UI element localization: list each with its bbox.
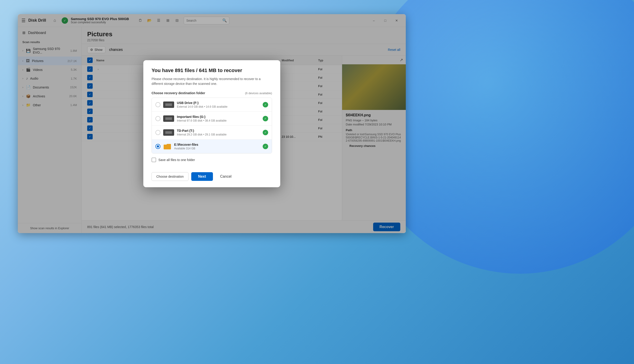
device-name-t: TD-Part (T:) [177,129,260,132]
device-details-usb: USB Drive (F:) External 14.6 GB disk • 1… [177,101,260,108]
modal-description: Please choose recovery destination. It i… [152,77,272,86]
modal-section-header: Choose recovery destination folder (6 de… [152,91,272,96]
section-label: Choose recovery destination folder [152,91,205,95]
t-drive-icon [163,129,174,136]
modal-overlay: You have 891 files / 641 MB to recover P… [18,14,406,233]
device-radio-e[interactable] [155,144,161,149]
device-item-t[interactable]: TD-Part (T:) Internal 29.2 GB disk • 29.… [152,126,272,140]
devices-available: (6 devices available) [245,92,272,95]
modal-footer: Choose destination Next Cancel [143,168,280,187]
svg-rect-1 [166,104,172,106]
recovery-modal: You have 891 files / 641 MB to recover P… [143,60,280,187]
usb-drive-icon [163,102,174,108]
device-details-t: TD-Part (T:) Internal 29.2 GB disk • 29.… [177,129,260,136]
device-ok-g: ✓ [263,116,268,121]
device-item-e[interactable]: E:\Recover-files Available 314 GB ✓ [152,140,272,153]
choose-destination-button[interactable]: Choose destination [152,172,189,181]
device-details-g: Important files (G:) Internal 97.6 GB di… [177,115,260,122]
save-all-checkbox[interactable] [152,158,156,162]
folder-icon-e [163,143,171,150]
modal-title: You have 891 files / 641 MB to recover [152,68,272,74]
save-all-label: Save all files to one folder [158,158,195,162]
device-desc-usb: External 14.6 GB disk • 14.6 GB availabl… [177,105,260,108]
device-details-e: E:\Recover-files Available 314 GB [174,143,260,150]
svg-rect-5 [166,131,172,134]
device-item-usb[interactable]: USB Drive (F:) External 14.6 GB disk • 1… [152,98,272,112]
device-ok-e: ✓ [263,144,268,149]
svg-rect-3 [166,118,172,120]
device-desc-t: Internal 29.2 GB disk • 29.1 GB availabl… [177,133,260,136]
device-name-g: Important files (G:) [177,115,260,118]
device-name-usb: USB Drive (F:) [177,101,260,105]
device-list: USB Drive (F:) External 14.6 GB disk • 1… [152,98,272,154]
device-radio-usb[interactable] [155,102,161,107]
modal-body: You have 891 files / 641 MB to recover P… [143,60,280,168]
device-name-e: E:\Recover-files [174,143,260,146]
device-desc-g: Internal 97.6 GB disk • 38.4 GB availabl… [177,119,260,122]
next-button[interactable]: Next [191,172,213,181]
app-window: ☰ Disk Drill ⌂ ✓ Samsung SSD 970 EVO Plu… [18,14,406,233]
device-desc-e: Available 314 GB [174,147,260,150]
device-radio-t[interactable] [155,130,161,135]
g-drive-icon [163,116,174,122]
device-ok-t: ✓ [263,130,268,135]
device-radio-g[interactable] [155,116,161,121]
save-all-row: Save all files to one folder [152,154,272,162]
cancel-button[interactable]: Cancel [216,172,236,181]
device-item-g[interactable]: Important files (G:) Internal 97.6 GB di… [152,112,272,126]
device-ok-usb: ✓ [263,102,268,108]
